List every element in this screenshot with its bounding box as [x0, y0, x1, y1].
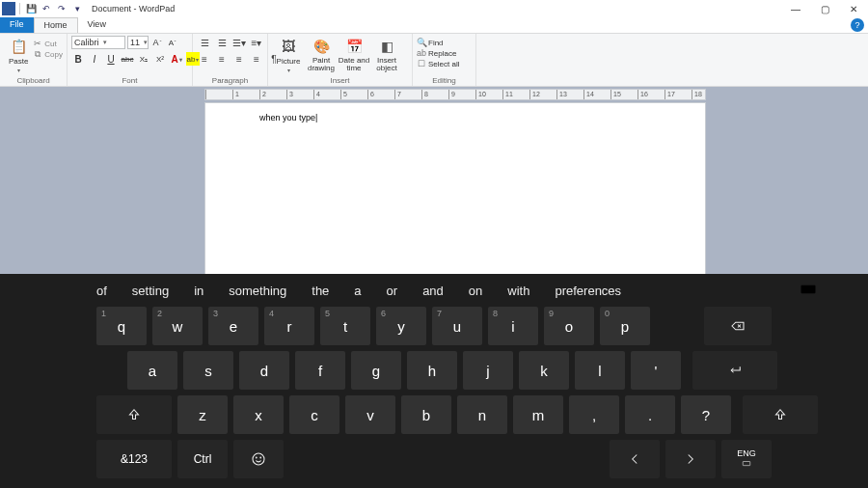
insert-datetime-button[interactable]: 📅Date and time — [338, 36, 370, 72]
align-left-button[interactable]: ≡ — [197, 52, 212, 66]
suggestion-preferences[interactable]: preferences — [555, 284, 621, 298]
key-s[interactable]: s — [183, 351, 233, 390]
key-k[interactable]: k — [519, 351, 569, 390]
key-p[interactable]: 0p — [600, 307, 650, 345]
window-minimize-button[interactable]: — — [781, 0, 810, 17]
key-shift[interactable] — [96, 395, 172, 434]
key-y[interactable]: 6y — [376, 307, 426, 345]
key-shift-right[interactable] — [743, 395, 818, 434]
key-j[interactable]: j — [463, 351, 513, 390]
insert-picture-button[interactable]: 🖼Picture▾ — [272, 36, 305, 73]
help-button[interactable]: ? — [851, 18, 864, 32]
font-color-button[interactable]: A — [170, 52, 183, 66]
paste-button[interactable]: 📋 Paste ▾ — [4, 36, 33, 73]
tab-file[interactable]: File — [0, 17, 34, 33]
grow-font-button[interactable]: A˄ — [150, 36, 164, 49]
key-g[interactable]: g — [351, 351, 401, 390]
bold-button[interactable]: B — [71, 52, 85, 66]
align-justify-button[interactable]: ≡ — [249, 52, 264, 66]
key-l[interactable]: l — [575, 351, 625, 390]
key-numsym[interactable]: &123 — [96, 440, 172, 478]
align-right-button[interactable]: ≡ — [231, 52, 247, 66]
paste-label: Paste — [9, 57, 28, 66]
italic-button[interactable]: I — [88, 52, 101, 66]
key-e[interactable]: 3e — [208, 307, 258, 345]
suggestion-or[interactable]: or — [387, 284, 398, 298]
keyboard-close-icon[interactable] — [835, 280, 854, 299]
key-m[interactable]: m — [513, 395, 563, 434]
svg-line-7 — [839, 284, 851, 295]
suggestion-a[interactable]: a — [354, 284, 361, 298]
window-close-button[interactable]: ✕ — [839, 0, 868, 17]
key-left[interactable] — [610, 440, 660, 478]
suggestion-bar: ofsettinginsomethingtheaorandonwithprefe… — [0, 274, 868, 307]
object-icon: ◧ — [377, 37, 396, 56]
subscript-button[interactable]: X₂ — [137, 52, 150, 66]
suggestion-of[interactable]: of — [96, 284, 107, 298]
key-v[interactable]: v — [345, 395, 395, 434]
dec-indent-button[interactable]: ☰ — [197, 36, 212, 49]
qat-redo-icon[interactable]: ↷ — [55, 2, 68, 15]
suggestion-in[interactable]: in — [194, 284, 203, 298]
copy-button[interactable]: ⧉Copy — [33, 49, 63, 59]
suggestion-setting[interactable]: setting — [132, 284, 169, 298]
key-n[interactable]: n — [457, 395, 507, 434]
qat-customize-icon[interactable]: ▾ — [70, 2, 84, 15]
key-enter[interactable] — [692, 351, 777, 390]
bullets-button[interactable]: ☰▾ — [231, 36, 247, 49]
key-u[interactable]: 7u — [432, 307, 482, 345]
key-r[interactable]: 4r — [264, 307, 314, 345]
key-ctrl[interactable]: Ctrl — [177, 440, 228, 478]
key-i[interactable]: 8i — [488, 307, 538, 345]
qat-undo-icon[interactable]: ↶ — [40, 2, 53, 15]
cut-button[interactable]: ✂Cut — [33, 39, 63, 48]
insert-object-button[interactable]: ◧Insert object — [370, 36, 403, 72]
key-f[interactable]: f — [295, 351, 345, 390]
suggestion-with[interactable]: with — [507, 284, 529, 298]
font-family-combo[interactable]: Calibri▾ — [71, 36, 125, 49]
key-a[interactable]: a — [127, 351, 177, 390]
strike-button[interactable]: abc — [121, 52, 134, 66]
window-maximize-button[interactable]: ▢ — [810, 0, 839, 17]
find-button[interactable]: 🔍Find — [417, 38, 459, 47]
font-size-combo[interactable]: 11▾ — [127, 36, 149, 49]
suggestion-something[interactable]: something — [229, 284, 286, 298]
key-d[interactable]: d — [239, 351, 289, 390]
keyboard-dock-icon[interactable] — [799, 280, 818, 299]
key-b[interactable]: b — [401, 395, 451, 434]
line-spacing-button[interactable]: ≡▾ — [249, 36, 264, 49]
underline-button[interactable]: U — [104, 52, 118, 66]
key-x[interactable]: x — [233, 395, 284, 434]
tab-view[interactable]: View — [78, 17, 116, 33]
key-question[interactable]: ? — [681, 395, 731, 434]
replace-button[interactable]: abReplace — [417, 48, 459, 58]
key-w[interactable]: 2w — [152, 307, 203, 345]
key-comma[interactable]: , — [569, 395, 619, 434]
key-o[interactable]: 9o — [544, 307, 594, 345]
key-right[interactable] — [665, 440, 716, 478]
key-h[interactable]: h — [407, 351, 457, 390]
key-emoji[interactable] — [233, 440, 284, 478]
key-z[interactable]: z — [177, 395, 228, 434]
select-all-icon: ☐ — [417, 59, 426, 68]
suggestion-and[interactable]: and — [422, 284, 444, 298]
align-center-button[interactable]: ≡ — [214, 52, 230, 66]
key-backspace[interactable] — [704, 307, 772, 345]
key-language[interactable]: ENG — [721, 440, 772, 478]
insert-paint-button[interactable]: 🎨Paint drawing — [305, 36, 338, 72]
key-q[interactable]: 1q — [96, 307, 147, 345]
suggestion-the[interactable]: the — [312, 284, 329, 298]
key-period[interactable]: . — [625, 395, 675, 434]
key-t[interactable]: 5t — [320, 307, 370, 345]
tab-home[interactable]: Home — [34, 17, 78, 33]
inc-indent-button[interactable]: ☰ — [214, 36, 230, 49]
horizontal-ruler[interactable]: 123456789101112131415161718 — [204, 89, 706, 100]
cut-icon: ✂ — [33, 39, 42, 48]
key-apostrophe[interactable]: ' — [631, 351, 681, 390]
suggestion-on[interactable]: on — [469, 284, 482, 298]
key-c[interactable]: c — [289, 395, 339, 434]
superscript-button[interactable]: X² — [153, 52, 167, 66]
qat-save-icon[interactable]: 💾 — [24, 2, 38, 15]
shrink-font-button[interactable]: A˅ — [166, 36, 179, 49]
select-all-button[interactable]: ☐Select all — [417, 59, 459, 68]
